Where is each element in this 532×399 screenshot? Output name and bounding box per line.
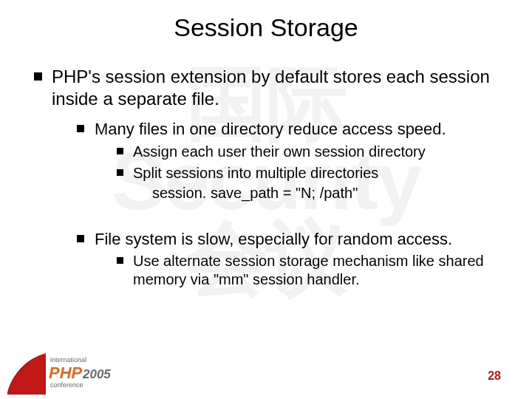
bullet-text: Many files in one directory reduce acces…: [95, 120, 446, 138]
slide-title: Session Storage: [30, 13, 502, 42]
bullet-text: Split sessions into multiple directories: [133, 165, 378, 181]
bullet-list-level1: PHP's session extension by default store…: [30, 66, 502, 289]
bullet-text: Use alternate session storage mechanism …: [133, 253, 484, 287]
bullet-list-level3: Use alternate session storage mechanism …: [95, 252, 502, 289]
page-number: 28: [488, 369, 501, 383]
conference-logo: international PHP 2005 conference: [7, 347, 118, 395]
bullet-list-level2: Many files in one directory reduce acces…: [52, 119, 502, 289]
slide: Session Storage PHP's session extension …: [0, 0, 532, 399]
bullet-text: File system is slow, especially for rand…: [95, 230, 452, 248]
bullet-text: PHP's session extension by default store…: [52, 66, 490, 109]
logo-top-text: international: [50, 356, 86, 364]
code-text: session. save_path = "N; /path": [152, 184, 502, 202]
list-item: Split sessions into multiple directories…: [114, 164, 502, 202]
bullet-list-level3: Assign each user their own session direc…: [95, 143, 502, 202]
logo-bottom-text: conference: [50, 381, 83, 389]
list-item: Assign each user their own session direc…: [114, 143, 502, 161]
list-item: Use alternate session storage mechanism …: [114, 252, 502, 289]
logo-brand-text: PHP: [49, 364, 83, 382]
list-item: File system is slow, especially for rand…: [72, 229, 502, 290]
bullet-text: Assign each user their own session direc…: [133, 143, 426, 160]
list-item: PHP's session extension by default store…: [30, 66, 502, 289]
list-item: Many files in one directory reduce acces…: [72, 119, 502, 202]
logo-year-text: 2005: [82, 367, 111, 381]
